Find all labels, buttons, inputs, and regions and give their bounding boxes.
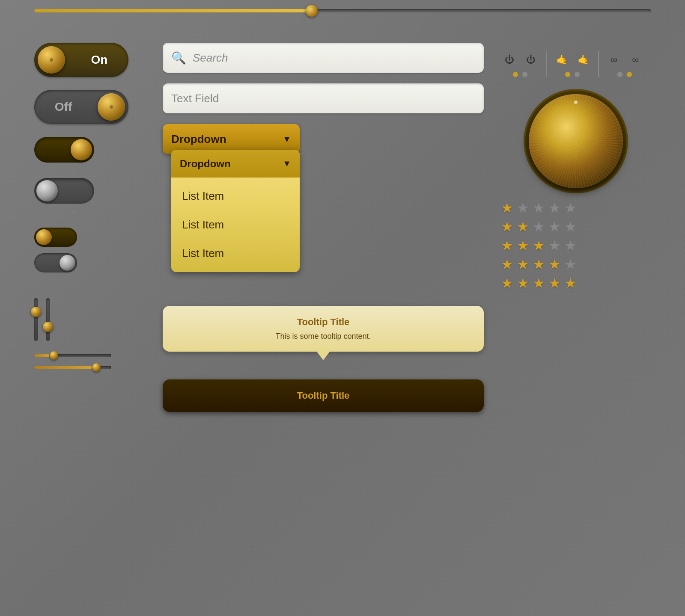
hslider-2-fill [34, 366, 92, 369]
toggle-on[interactable]: On [34, 43, 128, 77]
center-column: 🔍 Search Text Field Dropdown ▼ [163, 43, 484, 582]
search-icon: 🔍 [171, 51, 186, 65]
top-slider-track[interactable] [34, 9, 651, 12]
small-toggle-on[interactable] [34, 228, 77, 247]
star-1-1[interactable]: ★ [501, 201, 513, 215]
hslider-1-thumb[interactable] [50, 351, 58, 360]
tooltip-light-content: This is some tooltip content. [176, 332, 471, 341]
star-1-4[interactable]: ★ [548, 201, 561, 215]
power-icon-2[interactable]: ⏻ [522, 51, 539, 68]
dot-mark-4: ○ [71, 208, 75, 215]
vslider-1-thumb[interactable] [31, 307, 41, 317]
star-3-5[interactable]: ★ [564, 239, 577, 252]
h-sliders [34, 354, 146, 369]
star-1-3[interactable]: ★ [533, 201, 545, 215]
knob-lines [529, 94, 623, 188]
dropdown-items: List Item List Item List Item [171, 178, 300, 272]
stars-row-1: ★ ★ ★ ★ ★ [501, 201, 651, 215]
stars-row-3: ★ ★ ★ ★ ★ [501, 239, 651, 252]
tooltip-light: Tooltip Title This is some tooltip conte… [163, 306, 484, 352]
star-4-1[interactable]: ★ [501, 258, 513, 271]
loop-icon-1[interactable]: ∞ [605, 51, 622, 68]
star-4-2[interactable]: ★ [517, 258, 529, 271]
small-toggle-off[interactable] [34, 253, 77, 272]
dropdown-item-3[interactable]: List Item [171, 239, 300, 268]
star-5-5[interactable]: ★ [564, 276, 577, 290]
toggle-on-label: On [74, 53, 125, 67]
separator-1 [546, 51, 547, 77]
star-2-4[interactable]: ★ [548, 220, 561, 234]
star-4-3[interactable]: ★ [533, 258, 545, 271]
search-bar[interactable]: 🔍 Search [163, 43, 484, 73]
hand-icon-1[interactable]: 🤙 [553, 51, 570, 68]
vslider-1-track[interactable] [34, 298, 38, 341]
star-4-4[interactable]: ★ [548, 258, 561, 271]
top-slider-thumb[interactable] [306, 5, 318, 17]
dropdown-list: Dropdown ▼ List Item List Item List Item [171, 150, 300, 272]
loop-dot-1 [617, 72, 622, 77]
vslider-2-thumb[interactable] [43, 322, 53, 332]
small-toggle-off-thumb [60, 255, 75, 271]
dropdown-item-1[interactable]: List Item [171, 182, 300, 210]
star-5-1[interactable]: ★ [501, 276, 513, 290]
power-icon-1[interactable]: ⏻ [501, 51, 518, 68]
star-3-2[interactable]: ★ [517, 239, 529, 252]
hslider-2-thumb[interactable] [92, 363, 101, 372]
small-toggles [34, 228, 146, 272]
vslider-2-track[interactable] [46, 298, 50, 341]
dropdown-list-header-text: Dropdown [180, 158, 231, 170]
star-3-3[interactable]: ★ [533, 239, 545, 252]
star-1-2[interactable]: ★ [517, 201, 529, 215]
far-right-column: ⏻ ⏻ 🤙 🤙 [501, 43, 651, 582]
star-3-1[interactable]: ★ [501, 239, 513, 252]
dropdown-arrow-icon: ▼ [283, 134, 291, 144]
dropdown-header-text: Dropdown [171, 133, 226, 146]
stars-row-4: ★ ★ ★ ★ ★ [501, 258, 651, 271]
small-toggle-on-thumb [36, 229, 52, 245]
star-5-4[interactable]: ★ [548, 276, 561, 290]
loop-icons-row: ∞ ∞ [605, 51, 644, 68]
toggle-off[interactable]: Off [34, 90, 128, 124]
hslider-1-track[interactable] [34, 354, 111, 357]
star-2-2[interactable]: ★ [517, 220, 529, 234]
dropdown-item-2[interactable]: List Item [171, 210, 300, 239]
star-5-2[interactable]: ★ [517, 276, 529, 290]
dot-mark-1: | [53, 167, 55, 174]
rotary-knob[interactable] [529, 94, 623, 188]
dot-mark-2: ○ [71, 167, 75, 174]
content-area: On Off | ○ | ○ [34, 34, 651, 582]
hslider-2-track[interactable] [34, 366, 111, 369]
hand-icons-row: 🤙 🤙 [553, 51, 592, 68]
dropdown-list-header[interactable]: Dropdown ▼ [171, 150, 300, 178]
left-column: On Off | ○ | ○ [34, 34, 146, 582]
star-2-3[interactable]: ★ [533, 220, 545, 234]
toggle-off-label: Off [38, 100, 89, 114]
hand-icon-2[interactable]: 🤙 [575, 51, 592, 68]
text-field[interactable]: Text Field [163, 83, 484, 113]
text-field-placeholder: Text Field [171, 92, 219, 105]
vtoggle-off[interactable] [34, 178, 94, 204]
dot-mark-3: | [53, 208, 55, 215]
top-slider-fill [34, 9, 312, 12]
loop-dot-active [627, 72, 632, 77]
stars-row-5: ★ ★ ★ ★ ★ [501, 276, 651, 290]
knob-container [501, 94, 651, 188]
power-dot-active [513, 72, 518, 77]
toggle-off-knob [98, 93, 125, 121]
hand-dot-inactive [575, 72, 580, 77]
star-4-5[interactable]: ★ [564, 258, 577, 271]
star-2-5[interactable]: ★ [564, 220, 577, 234]
star-1-5[interactable]: ★ [564, 201, 577, 215]
star-2-1[interactable]: ★ [501, 220, 513, 234]
tooltip-dark-title: Tooltip Title [176, 390, 471, 401]
loop-dots-row [617, 72, 632, 77]
separator-2 [598, 51, 599, 77]
power-dot-inactive [522, 72, 527, 77]
loop-icon-2[interactable]: ∞ [627, 51, 644, 68]
vtoggle-on[interactable] [34, 137, 94, 163]
vtoggle-section-1: | ○ | ○ [34, 137, 146, 215]
stars-row-2: ★ ★ ★ ★ ★ [501, 220, 651, 234]
star-3-4[interactable]: ★ [548, 239, 561, 252]
star-5-3[interactable]: ★ [533, 276, 545, 290]
icon-buttons-row: ⏻ ⏻ 🤙 🤙 [501, 51, 651, 77]
